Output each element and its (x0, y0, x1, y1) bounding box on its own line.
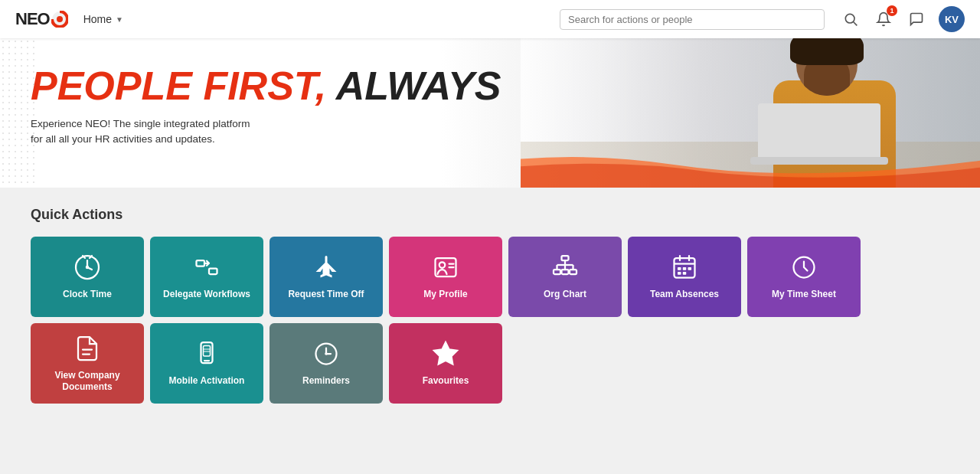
action-card-favourites[interactable]: Favourites (389, 323, 502, 404)
org-icon (551, 253, 579, 281)
logo: NEO (15, 9, 68, 29)
svg-point-1 (57, 16, 63, 22)
action-card-clock-time[interactable]: Clock Time (31, 237, 144, 317)
svg-rect-25 (678, 267, 681, 270)
search-input[interactable] (568, 14, 816, 25)
team-absences-label: Team Absences (650, 289, 719, 299)
messages-button[interactable] (906, 8, 927, 30)
hero-image (521, 38, 980, 188)
clock-icon (74, 253, 101, 281)
star-icon (432, 340, 459, 368)
svg-rect-35 (204, 346, 211, 357)
mobile-icon (193, 340, 220, 368)
hero-title: PEOPLE FIRST, ALWAYS (31, 65, 501, 107)
search-button[interactable] (840, 8, 861, 30)
profile-icon (432, 253, 459, 281)
svg-line-3 (854, 22, 858, 26)
delegate-workflows-label: Delegate Workflows (163, 289, 250, 299)
svg-rect-27 (688, 267, 692, 270)
svg-point-37 (325, 352, 328, 355)
user-avatar[interactable]: KV (939, 6, 965, 32)
hero-title-red: PEOPLE FIRST, (31, 64, 336, 108)
hero-banner: PEOPLE FIRST, ALWAYS Experience NEO! The… (0, 38, 980, 188)
team-absences-icon (671, 253, 698, 281)
header: NEO Home ▼ 1 (0, 0, 980, 38)
action-card-my-time-sheet[interactable]: My Time Sheet (747, 237, 861, 317)
search-icon (843, 11, 858, 27)
svg-rect-26 (683, 267, 687, 270)
delegate-icon (193, 253, 220, 281)
action-card-team-absences[interactable]: Team Absences (628, 237, 741, 317)
reminders-icon (312, 340, 340, 368)
message-icon (909, 11, 924, 27)
home-chevron-icon: ▼ (116, 15, 123, 24)
header-icons: 1 KV (840, 6, 965, 32)
svg-rect-13 (554, 270, 560, 274)
action-card-mobile-activation[interactable]: Mobile Activation (150, 323, 263, 404)
my-time-sheet-label: My Time Sheet (772, 289, 836, 299)
timesheet-icon (790, 253, 818, 281)
svg-point-2 (845, 14, 854, 23)
notifications-button[interactable]: 1 (873, 8, 894, 30)
svg-rect-12 (562, 256, 569, 260)
actions-grid: Clock Time Delegate Workflows Request Ti… (31, 237, 949, 404)
notification-badge: 1 (887, 5, 897, 16)
svg-rect-6 (197, 260, 205, 266)
hero-subtitle: Experience NEO! The single integrated pl… (31, 116, 501, 148)
my-profile-label: My Profile (423, 289, 467, 299)
home-label: Home (83, 13, 112, 25)
svg-rect-7 (209, 269, 217, 275)
hero-subtitle-line2: for all all your HR activities and updat… (31, 132, 501, 147)
svg-rect-14 (562, 270, 569, 274)
svg-rect-28 (678, 272, 681, 275)
svg-marker-38 (434, 342, 457, 364)
logo-text: NEO (15, 9, 50, 29)
search-box[interactable] (560, 9, 825, 30)
action-card-my-profile[interactable]: My Profile (389, 237, 502, 317)
svg-point-9 (439, 263, 446, 269)
svg-rect-15 (570, 270, 577, 274)
plane-icon (312, 253, 340, 281)
hero-wave-svg (521, 126, 980, 188)
reminders-label: Reminders (302, 375, 350, 386)
svg-rect-29 (683, 272, 687, 275)
document-icon (74, 335, 101, 362)
home-nav[interactable]: Home ▼ (83, 13, 123, 25)
hero-text: PEOPLE FIRST, ALWAYS Experience NEO! The… (31, 65, 501, 147)
request-time-off-label: Request Time Off (288, 289, 364, 299)
hero-subtitle-line1: Experience NEO! The single integrated pl… (31, 116, 501, 132)
action-card-view-company-documents[interactable]: View Company Documents (31, 323, 144, 404)
clock-time-label: Clock Time (63, 289, 112, 299)
logo-icon (51, 11, 68, 28)
action-card-reminders[interactable]: Reminders (270, 323, 383, 404)
quick-actions-section: Quick Actions Clock Time Delegate Workfl… (0, 188, 980, 434)
hero-title-black: ALWAYS (336, 64, 501, 108)
quick-actions-title: Quick Actions (31, 207, 949, 223)
view-company-documents-label: View Company Documents (31, 370, 144, 392)
org-chart-label: Org Chart (544, 289, 586, 299)
action-card-request-time-off[interactable]: Request Time Off (270, 237, 383, 317)
favourites-label: Favourites (423, 375, 469, 386)
action-card-org-chart[interactable]: Org Chart (508, 237, 622, 317)
action-card-delegate-workflows[interactable]: Delegate Workflows (150, 237, 263, 317)
mobile-activation-label: Mobile Activation (169, 375, 245, 386)
svg-point-5 (86, 266, 90, 270)
